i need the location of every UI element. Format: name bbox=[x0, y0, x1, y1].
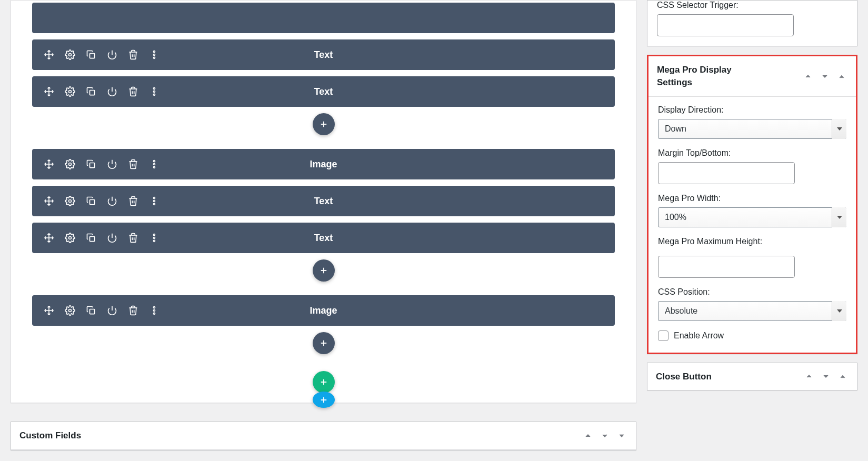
block-row[interactable]: Text bbox=[32, 186, 615, 216]
builder-inner: Text Text bbox=[32, 1, 615, 369]
duplicate-icon[interactable] bbox=[86, 159, 96, 169]
add-block-button[interactable] bbox=[313, 113, 335, 135]
field-width: Mega Pro Width: 100% bbox=[658, 194, 846, 227]
move-up-icon[interactable] bbox=[582, 430, 594, 442]
gear-icon[interactable] bbox=[65, 233, 75, 243]
move-icon[interactable] bbox=[44, 49, 54, 60]
enable-arrow-checkbox[interactable] bbox=[658, 330, 669, 341]
add-section-button[interactable] bbox=[313, 392, 335, 408]
more-icon[interactable] bbox=[149, 49, 159, 60]
panel-title: Mega Pro Display Settings bbox=[657, 64, 762, 89]
field-label: Mega Pro Maximum Height: bbox=[658, 237, 846, 246]
toggle-icon[interactable] bbox=[836, 71, 847, 82]
more-icon[interactable] bbox=[149, 86, 159, 97]
svg-marker-47 bbox=[840, 75, 844, 78]
field-label: Mega Pro Width: bbox=[658, 194, 846, 203]
block-row[interactable] bbox=[32, 3, 615, 33]
trash-icon[interactable] bbox=[128, 196, 138, 206]
move-icon[interactable] bbox=[44, 233, 54, 243]
power-icon[interactable] bbox=[107, 86, 117, 97]
trash-icon[interactable] bbox=[128, 86, 138, 97]
svg-point-19 bbox=[154, 166, 155, 168]
trash-icon[interactable] bbox=[128, 305, 138, 316]
css-trigger-panel: CSS Selector Trigger: bbox=[647, 0, 857, 46]
panel-header[interactable]: Custom Fields bbox=[11, 422, 636, 450]
power-icon[interactable] bbox=[107, 196, 117, 206]
css-position-select[interactable]: Absolute bbox=[658, 301, 846, 321]
more-icon[interactable] bbox=[149, 196, 159, 206]
toggle-icon[interactable] bbox=[616, 430, 627, 442]
svg-point-3 bbox=[154, 51, 155, 53]
move-down-icon[interactable] bbox=[820, 370, 832, 382]
block-label: Image bbox=[310, 305, 337, 316]
duplicate-icon[interactable] bbox=[86, 305, 96, 316]
move-down-icon[interactable] bbox=[819, 71, 831, 82]
move-icon[interactable] bbox=[44, 305, 54, 316]
margin-input[interactable] bbox=[658, 162, 795, 184]
more-icon[interactable] bbox=[149, 233, 159, 243]
gear-icon[interactable] bbox=[65, 159, 75, 169]
svg-rect-15 bbox=[90, 163, 95, 168]
gear-icon[interactable] bbox=[65, 49, 75, 60]
power-icon[interactable] bbox=[107, 159, 117, 169]
svg-rect-35 bbox=[90, 309, 95, 314]
block-label: Image bbox=[310, 159, 337, 170]
panel-actions bbox=[803, 370, 849, 382]
block-group-2: Image bbox=[32, 293, 615, 366]
move-up-icon[interactable] bbox=[802, 71, 814, 82]
move-icon[interactable] bbox=[44, 159, 54, 169]
svg-point-6 bbox=[69, 91, 72, 93]
field-enable-arrow: Enable Arrow bbox=[658, 330, 846, 341]
block-row[interactable]: Text bbox=[32, 39, 615, 70]
more-icon[interactable] bbox=[149, 159, 159, 169]
block-row[interactable]: Text bbox=[32, 76, 615, 107]
svg-marker-46 bbox=[620, 435, 624, 437]
field-max-height: Mega Pro Maximum Height: bbox=[658, 237, 846, 278]
add-row-button[interactable] bbox=[313, 371, 335, 393]
panel-actions bbox=[582, 430, 627, 442]
panel-header[interactable]: Mega Pro Display Settings bbox=[648, 56, 856, 97]
select-value: 100% bbox=[658, 207, 846, 227]
add-block-button[interactable] bbox=[313, 259, 335, 282]
panel-actions bbox=[802, 71, 847, 82]
duplicate-icon[interactable] bbox=[86, 86, 96, 97]
add-block-button[interactable] bbox=[313, 332, 335, 354]
block-row[interactable]: Image bbox=[32, 295, 615, 326]
block-toolbar bbox=[32, 233, 159, 243]
gear-icon[interactable] bbox=[65, 86, 75, 97]
custom-fields-panel: Custom Fields bbox=[11, 422, 636, 450]
move-icon[interactable] bbox=[44, 196, 54, 206]
gear-icon[interactable] bbox=[65, 305, 75, 316]
power-icon[interactable] bbox=[107, 49, 117, 60]
max-height-input[interactable] bbox=[658, 256, 795, 278]
power-icon[interactable] bbox=[107, 233, 117, 243]
move-down-icon[interactable] bbox=[599, 430, 611, 442]
block-label: Text bbox=[314, 49, 333, 61]
field-label: CSS Position: bbox=[658, 287, 846, 297]
svg-point-9 bbox=[154, 88, 155, 89]
block-row[interactable]: Image bbox=[32, 149, 615, 179]
move-up-icon[interactable] bbox=[803, 370, 815, 382]
trash-icon[interactable] bbox=[128, 233, 138, 243]
trash-icon[interactable] bbox=[128, 49, 138, 60]
duplicate-icon[interactable] bbox=[86, 233, 96, 243]
more-icon[interactable] bbox=[149, 305, 159, 316]
sidebar-column: CSS Selector Trigger: Mega Pro Display S… bbox=[647, 0, 868, 461]
css-selector-input[interactable] bbox=[657, 14, 794, 36]
duplicate-icon[interactable] bbox=[86, 196, 96, 206]
svg-point-0 bbox=[69, 54, 72, 56]
svg-point-14 bbox=[69, 163, 72, 166]
block-row[interactable]: Text bbox=[32, 223, 615, 253]
select-value: Absolute bbox=[658, 301, 846, 321]
width-select[interactable]: 100% bbox=[658, 207, 846, 227]
trash-icon[interactable] bbox=[128, 159, 138, 169]
move-icon[interactable] bbox=[44, 86, 54, 97]
duplicate-icon[interactable] bbox=[86, 49, 96, 60]
power-icon[interactable] bbox=[107, 305, 117, 316]
panel-title: Close Button bbox=[656, 370, 712, 383]
toggle-icon[interactable] bbox=[837, 370, 849, 382]
gear-icon[interactable] bbox=[65, 196, 75, 206]
display-direction-select[interactable]: Down bbox=[658, 119, 846, 139]
panel-header[interactable]: Close Button bbox=[647, 363, 857, 390]
block-group-0: Text Text bbox=[32, 1, 615, 147]
